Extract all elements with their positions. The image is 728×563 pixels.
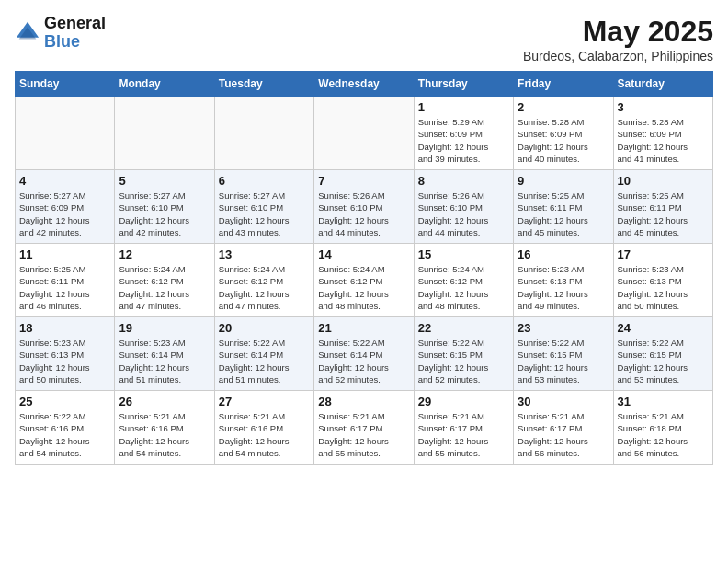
day-info: Sunrise: 5:21 AM Sunset: 6:17 PM Dayligh… bbox=[418, 410, 509, 459]
day-number: 19 bbox=[119, 321, 210, 335]
day-cell: 4Sunrise: 5:27 AM Sunset: 6:09 PM Daylig… bbox=[16, 170, 115, 244]
logo: General Blue bbox=[15, 15, 106, 52]
day-number: 8 bbox=[418, 174, 509, 188]
day-number: 18 bbox=[19, 321, 110, 335]
day-cell: 31Sunrise: 5:21 AM Sunset: 6:18 PM Dayli… bbox=[613, 391, 712, 465]
day-cell bbox=[214, 97, 313, 170]
day-cell: 29Sunrise: 5:21 AM Sunset: 6:17 PM Dayli… bbox=[414, 391, 513, 465]
day-info: Sunrise: 5:24 AM Sunset: 6:12 PM Dayligh… bbox=[418, 263, 509, 312]
day-info: Sunrise: 5:21 AM Sunset: 6:17 PM Dayligh… bbox=[318, 410, 409, 459]
day-info: Sunrise: 5:22 AM Sunset: 6:14 PM Dayligh… bbox=[318, 337, 409, 385]
day-cell: 16Sunrise: 5:23 AM Sunset: 6:13 PM Dayli… bbox=[514, 244, 613, 317]
day-cell: 15Sunrise: 5:24 AM Sunset: 6:12 PM Dayli… bbox=[414, 244, 513, 317]
day-info: Sunrise: 5:25 AM Sunset: 6:11 PM Dayligh… bbox=[618, 190, 709, 238]
day-number: 11 bbox=[19, 247, 110, 261]
day-cell: 17Sunrise: 5:23 AM Sunset: 6:13 PM Dayli… bbox=[613, 244, 712, 317]
day-info: Sunrise: 5:23 AM Sunset: 6:14 PM Dayligh… bbox=[119, 337, 210, 385]
day-cell: 7Sunrise: 5:26 AM Sunset: 6:10 PM Daylig… bbox=[314, 170, 414, 244]
col-header-friday: Friday bbox=[514, 72, 613, 97]
day-cell: 26Sunrise: 5:21 AM Sunset: 6:16 PM Dayli… bbox=[115, 391, 214, 465]
day-info: Sunrise: 5:21 AM Sunset: 6:16 PM Dayligh… bbox=[219, 410, 310, 459]
day-number: 26 bbox=[119, 395, 210, 408]
day-info: Sunrise: 5:25 AM Sunset: 6:11 PM Dayligh… bbox=[518, 190, 609, 238]
day-number: 22 bbox=[418, 321, 509, 335]
day-info: Sunrise: 5:27 AM Sunset: 6:09 PM Dayligh… bbox=[19, 190, 110, 238]
day-number: 13 bbox=[219, 247, 310, 261]
day-number: 21 bbox=[318, 321, 409, 335]
location: Burdeos, Calabarzon, Philippines bbox=[523, 49, 713, 63]
day-cell: 18Sunrise: 5:23 AM Sunset: 6:13 PM Dayli… bbox=[16, 317, 115, 391]
col-header-monday: Monday bbox=[115, 72, 214, 97]
day-info: Sunrise: 5:26 AM Sunset: 6:10 PM Dayligh… bbox=[418, 190, 509, 238]
day-info: Sunrise: 5:21 AM Sunset: 6:17 PM Dayligh… bbox=[518, 410, 609, 459]
day-number: 7 bbox=[318, 174, 409, 188]
day-info: Sunrise: 5:21 AM Sunset: 6:16 PM Dayligh… bbox=[119, 410, 210, 459]
day-info: Sunrise: 5:22 AM Sunset: 6:15 PM Dayligh… bbox=[518, 337, 609, 385]
day-info: Sunrise: 5:24 AM Sunset: 6:12 PM Dayligh… bbox=[219, 263, 310, 312]
day-cell: 28Sunrise: 5:21 AM Sunset: 6:17 PM Dayli… bbox=[314, 391, 414, 465]
day-number: 5 bbox=[119, 174, 210, 188]
day-cell: 8Sunrise: 5:26 AM Sunset: 6:10 PM Daylig… bbox=[414, 170, 513, 244]
day-number: 27 bbox=[219, 395, 310, 408]
day-info: Sunrise: 5:27 AM Sunset: 6:10 PM Dayligh… bbox=[219, 190, 310, 238]
day-number: 23 bbox=[518, 321, 609, 335]
week-row-1: 1Sunrise: 5:29 AM Sunset: 6:09 PM Daylig… bbox=[16, 97, 713, 170]
day-number: 3 bbox=[618, 100, 709, 114]
day-cell bbox=[16, 97, 115, 170]
day-cell: 20Sunrise: 5:22 AM Sunset: 6:14 PM Dayli… bbox=[214, 317, 313, 391]
week-row-4: 18Sunrise: 5:23 AM Sunset: 6:13 PM Dayli… bbox=[16, 317, 713, 391]
day-cell: 12Sunrise: 5:24 AM Sunset: 6:12 PM Dayli… bbox=[115, 244, 214, 317]
week-row-2: 4Sunrise: 5:27 AM Sunset: 6:09 PM Daylig… bbox=[16, 170, 713, 244]
logo-icon bbox=[15, 20, 40, 46]
day-number: 29 bbox=[418, 395, 509, 408]
day-number: 2 bbox=[518, 100, 609, 114]
day-cell: 2Sunrise: 5:28 AM Sunset: 6:09 PM Daylig… bbox=[514, 97, 613, 170]
col-header-sunday: Sunday bbox=[16, 72, 115, 97]
day-info: Sunrise: 5:28 AM Sunset: 6:09 PM Dayligh… bbox=[518, 116, 609, 165]
header-row: SundayMondayTuesdayWednesdayThursdayFrid… bbox=[16, 72, 713, 97]
day-cell: 27Sunrise: 5:21 AM Sunset: 6:16 PM Dayli… bbox=[214, 391, 313, 465]
day-number: 6 bbox=[219, 174, 310, 188]
day-number: 16 bbox=[518, 247, 609, 261]
day-number: 1 bbox=[418, 100, 509, 114]
day-cell: 3Sunrise: 5:28 AM Sunset: 6:09 PM Daylig… bbox=[613, 97, 712, 170]
day-cell: 10Sunrise: 5:25 AM Sunset: 6:11 PM Dayli… bbox=[613, 170, 712, 244]
day-number: 17 bbox=[618, 247, 709, 261]
day-info: Sunrise: 5:29 AM Sunset: 6:09 PM Dayligh… bbox=[418, 116, 509, 165]
day-cell: 5Sunrise: 5:27 AM Sunset: 6:10 PM Daylig… bbox=[115, 170, 214, 244]
day-cell: 19Sunrise: 5:23 AM Sunset: 6:14 PM Dayli… bbox=[115, 317, 214, 391]
day-info: Sunrise: 5:24 AM Sunset: 6:12 PM Dayligh… bbox=[119, 263, 210, 312]
day-info: Sunrise: 5:28 AM Sunset: 6:09 PM Dayligh… bbox=[618, 116, 709, 165]
col-header-tuesday: Tuesday bbox=[214, 72, 313, 97]
day-info: Sunrise: 5:22 AM Sunset: 6:15 PM Dayligh… bbox=[618, 337, 709, 385]
day-cell bbox=[115, 97, 214, 170]
day-number: 9 bbox=[518, 174, 609, 188]
day-info: Sunrise: 5:22 AM Sunset: 6:16 PM Dayligh… bbox=[19, 410, 110, 459]
day-number: 12 bbox=[119, 247, 210, 261]
day-cell: 30Sunrise: 5:21 AM Sunset: 6:17 PM Dayli… bbox=[514, 391, 613, 465]
day-info: Sunrise: 5:23 AM Sunset: 6:13 PM Dayligh… bbox=[518, 263, 609, 312]
day-number: 10 bbox=[618, 174, 709, 188]
day-number: 31 bbox=[618, 395, 709, 408]
logo-line1: General bbox=[44, 15, 106, 33]
day-number: 30 bbox=[518, 395, 609, 408]
day-info: Sunrise: 5:25 AM Sunset: 6:11 PM Dayligh… bbox=[19, 263, 110, 312]
day-info: Sunrise: 5:26 AM Sunset: 6:10 PM Dayligh… bbox=[318, 190, 409, 238]
logo-text: General Blue bbox=[44, 15, 106, 52]
week-row-5: 25Sunrise: 5:22 AM Sunset: 6:16 PM Dayli… bbox=[16, 391, 713, 465]
day-info: Sunrise: 5:22 AM Sunset: 6:15 PM Dayligh… bbox=[418, 337, 509, 385]
day-number: 4 bbox=[19, 174, 110, 188]
day-cell: 25Sunrise: 5:22 AM Sunset: 6:16 PM Dayli… bbox=[16, 391, 115, 465]
col-header-thursday: Thursday bbox=[414, 72, 513, 97]
day-cell: 11Sunrise: 5:25 AM Sunset: 6:11 PM Dayli… bbox=[16, 244, 115, 317]
calendar-table: SundayMondayTuesdayWednesdayThursdayFrid… bbox=[15, 71, 713, 465]
day-number: 14 bbox=[318, 247, 409, 261]
col-header-wednesday: Wednesday bbox=[314, 72, 414, 97]
day-cell bbox=[314, 97, 414, 170]
day-number: 20 bbox=[219, 321, 310, 335]
week-row-3: 11Sunrise: 5:25 AM Sunset: 6:11 PM Dayli… bbox=[16, 244, 713, 317]
title-block: May 2025 Burdeos, Calabarzon, Philippine… bbox=[523, 15, 713, 63]
day-info: Sunrise: 5:23 AM Sunset: 6:13 PM Dayligh… bbox=[618, 263, 709, 312]
day-cell: 14Sunrise: 5:24 AM Sunset: 6:12 PM Dayli… bbox=[314, 244, 414, 317]
col-header-saturday: Saturday bbox=[613, 72, 712, 97]
